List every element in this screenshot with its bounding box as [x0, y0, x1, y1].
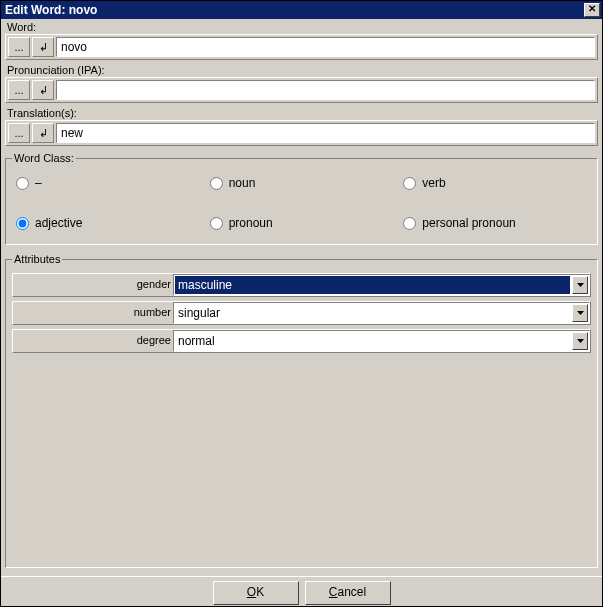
gender-combo[interactable]: masculine	[173, 274, 590, 296]
ellipsis-icon: ...	[14, 39, 23, 55]
attributes-legend: Attributes	[12, 253, 62, 265]
translation-input[interactable]	[56, 123, 595, 143]
number-combo[interactable]: singular	[173, 302, 590, 324]
radio-verb[interactable]: verb	[403, 176, 587, 190]
radio-none[interactable]: –	[16, 176, 200, 190]
enter-icon: ↲	[39, 125, 48, 141]
radio-adjective-label: adjective	[35, 216, 82, 230]
translation-ellipsis-button[interactable]: ...	[8, 123, 30, 143]
translation-label: Translation(s):	[5, 107, 598, 119]
radio-verb-label: verb	[422, 176, 445, 190]
radio-pronoun-label: pronoun	[229, 216, 273, 230]
svg-marker-2	[577, 339, 584, 343]
radio-noun-label: noun	[229, 176, 256, 190]
word-block: Word: ... ↲	[5, 21, 598, 60]
attributes-fieldset: Attributes gender masculine number singu…	[5, 253, 598, 568]
gender-value: masculine	[175, 276, 570, 294]
window-title: Edit Word: novo	[5, 3, 97, 17]
enter-icon: ↲	[39, 82, 48, 98]
number-label: number	[13, 302, 173, 324]
wordclass-legend: Word Class:	[12, 152, 76, 164]
dialog-content: Word: ... ↲ Pronunciation (IPA): ... ↲ T…	[1, 19, 602, 576]
radio-adjective[interactable]: adjective	[16, 216, 200, 230]
chevron-down-icon	[577, 339, 584, 343]
svg-marker-0	[577, 283, 584, 287]
radio-adjective-input[interactable]	[16, 217, 29, 230]
titlebar: Edit Word: novo ✕	[1, 1, 602, 19]
button-bar: OK Cancel	[1, 576, 602, 607]
attr-row-gender: gender masculine	[12, 273, 591, 297]
degree-label: degree	[13, 330, 173, 352]
degree-value: normal	[174, 331, 571, 351]
radio-personal-pronoun-input[interactable]	[403, 217, 416, 230]
radio-noun[interactable]: noun	[210, 176, 394, 190]
cancel-button[interactable]: Cancel	[305, 581, 391, 605]
degree-combo[interactable]: normal	[173, 330, 590, 352]
wordclass-fieldset: Word Class: – noun verb adjective pronou…	[5, 152, 598, 245]
attr-row-number: number singular	[12, 301, 591, 325]
close-button[interactable]: ✕	[584, 3, 600, 17]
pronunciation-input[interactable]	[56, 80, 595, 100]
cancel-rest: ancel	[337, 585, 366, 599]
close-icon: ✕	[588, 3, 596, 14]
attr-row-degree: degree normal	[12, 329, 591, 353]
chevron-down-icon	[577, 283, 584, 287]
word-input[interactable]	[56, 37, 595, 57]
pronunciation-label: Pronunciation (IPA):	[5, 64, 598, 76]
radio-personal-pronoun[interactable]: personal pronoun	[403, 216, 587, 230]
ok-mnemonic: O	[247, 585, 256, 599]
radio-none-input[interactable]	[16, 177, 29, 190]
radio-verb-input[interactable]	[403, 177, 416, 190]
gender-dropdown-button[interactable]	[572, 276, 588, 294]
svg-marker-1	[577, 311, 584, 315]
chevron-down-icon	[577, 311, 584, 315]
gender-label: gender	[13, 274, 173, 296]
pronunciation-ellipsis-button[interactable]: ...	[8, 80, 30, 100]
wordclass-options: – noun verb adjective pronoun personal p…	[12, 172, 591, 238]
ok-button[interactable]: OK	[213, 581, 299, 605]
degree-dropdown-button[interactable]	[572, 332, 588, 350]
radio-none-label: –	[35, 176, 42, 190]
enter-icon: ↲	[39, 39, 48, 55]
ellipsis-icon: ...	[14, 82, 23, 98]
word-enter-button[interactable]: ↲	[32, 37, 54, 57]
radio-personal-pronoun-label: personal pronoun	[422, 216, 515, 230]
word-label: Word:	[5, 21, 598, 33]
radio-pronoun[interactable]: pronoun	[210, 216, 394, 230]
translation-block: Translation(s): ... ↲	[5, 107, 598, 146]
ok-rest: K	[256, 585, 264, 599]
pronunciation-block: Pronunciation (IPA): ... ↲	[5, 64, 598, 103]
word-ellipsis-button[interactable]: ...	[8, 37, 30, 57]
number-dropdown-button[interactable]	[572, 304, 588, 322]
radio-noun-input[interactable]	[210, 177, 223, 190]
pronunciation-enter-button[interactable]: ↲	[32, 80, 54, 100]
radio-pronoun-input[interactable]	[210, 217, 223, 230]
number-value: singular	[174, 303, 571, 323]
ellipsis-icon: ...	[14, 125, 23, 141]
translation-enter-button[interactable]: ↲	[32, 123, 54, 143]
